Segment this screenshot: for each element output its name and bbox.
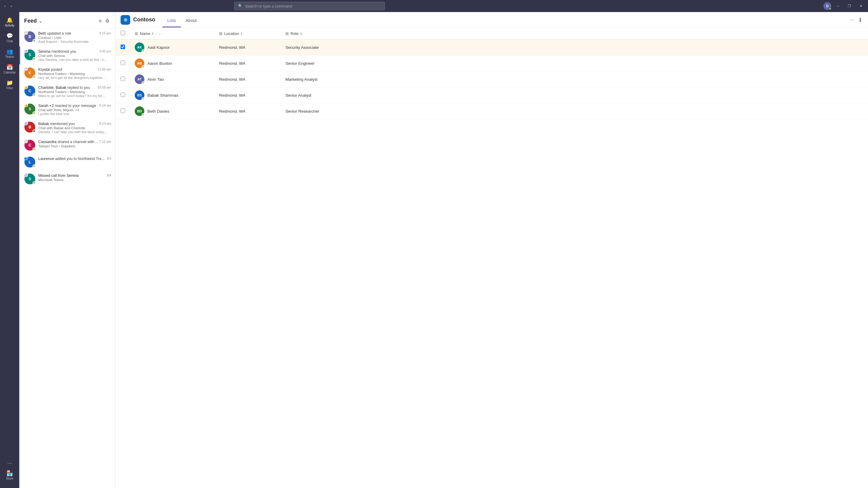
feed-settings-button[interactable]: ⚙ [104, 17, 111, 25]
row-role-cell: Security Associate [281, 39, 868, 56]
row-checkbox[interactable] [121, 61, 125, 65]
row-checkbox-cell[interactable] [116, 39, 130, 56]
tab-about[interactable]: About [181, 12, 202, 27]
role-col-label: Role [290, 31, 299, 36]
feed-item-sub: Chat with Reta, Miguel, +3 [38, 108, 111, 112]
avatar: B @ [24, 122, 35, 133]
select-all-header[interactable] [116, 28, 130, 39]
status-indicator [33, 181, 36, 184]
table-row[interactable]: AB Aaron Buxton Redmond, WA Senior Engin… [116, 56, 868, 71]
list-item[interactable]: B @ Babak mentioned you 8:13 am Chat wit… [19, 119, 116, 137]
feed-item-preview: Want to go out for lunch today? It's my … [38, 94, 111, 98]
teams-label: Teams [5, 55, 14, 59]
feed-item-time: 3:45 pm [99, 50, 111, 53]
row-checkbox[interactable] [121, 44, 125, 49]
status-indicator [33, 111, 36, 115]
type-icon: 📋 [24, 67, 28, 71]
sort-info-icon[interactable]: ℹ [152, 32, 153, 36]
calendar-icon: 📅 [6, 64, 13, 70]
list-item[interactable]: S @ Serena mentioned you 3:45 pm Chat wi… [19, 46, 116, 64]
list-item[interactable]: K 📋 Krystal posted 11:00 am Northwind Tr… [19, 64, 116, 83]
name-col-icon: ⊞ [135, 31, 138, 36]
location-col-icon: ⊞ [219, 31, 222, 36]
feed-item-preview: Hey all, let's get all the designers tog… [38, 76, 111, 79]
user-avatar[interactable]: D [824, 2, 831, 10]
role-info-icon[interactable]: ℹ [301, 32, 302, 36]
table-row[interactable]: BS Babak Shammas Redmond, WA Senior Anal… [116, 87, 868, 103]
people-table: ⊞ Name ℹ ↓ ⌄ ⊞ Location ℹ [116, 28, 868, 119]
main-content: ⊕ Contoso Lists About ··· ℹ [116, 12, 868, 488]
main-layout: 🔔 Activity 💬 Chat 👥 Teams 📅 Calendar 📁 F… [0, 12, 868, 488]
list-item[interactable]: S 👍 Sarah +2 reacted to your message 9:1… [19, 101, 116, 119]
row-checkbox[interactable] [121, 93, 125, 97]
feed-item-preview: I prefer the blue one [38, 112, 111, 116]
sort-expand-icon[interactable]: ⌄ [158, 32, 161, 36]
feed-filter-button[interactable]: ≡ [98, 17, 103, 25]
type-icon: 📋 [24, 31, 28, 35]
sidebar-item-chat[interactable]: 💬 Chat [2, 31, 18, 45]
table-row[interactable]: AT Alvin Tao Redmond, WA Marketing Analy… [116, 71, 868, 87]
tab-lists[interactable]: Lists [162, 12, 181, 27]
feed-panel: Feed ⌄ ≡ ⚙ B 📋 Beth updated a ro [19, 12, 116, 488]
close-button[interactable]: ✕ [857, 3, 866, 9]
feed-item-name: Cassandra shared a channel with you [38, 140, 98, 144]
status-indicator [33, 75, 36, 78]
row-checkbox-cell[interactable] [116, 103, 130, 119]
person-status [142, 97, 144, 100]
app-header: ⊕ Contoso Lists About ··· ℹ [116, 12, 868, 28]
back-button[interactable]: ‹ [2, 2, 7, 10]
person-role: Marketing Analyst [285, 77, 318, 82]
status-indicator [33, 57, 36, 60]
store-icon: 🏪 [6, 470, 13, 476]
feed-item-name: Serena mentioned you [38, 50, 76, 54]
restore-button[interactable]: ❐ [845, 3, 854, 9]
table-row[interactable]: AK Aadi Kapoor Redmond, WA Security Asso… [116, 39, 868, 56]
list-item[interactable]: B 📋 Beth updated a role 4:15 pm Contoso … [19, 28, 116, 46]
nav-more: ··· 🏪 Store [2, 460, 18, 483]
type-icon: 📋 [24, 139, 28, 143]
feed-item-content: Cassandra shared a channel with you 7:12… [38, 140, 111, 151]
person-location: Redmond, WA [219, 93, 245, 98]
select-all-checkbox[interactable] [121, 31, 125, 35]
table-row[interactable]: BD Beth Davies Redmond, WA Senior Resear… [116, 103, 868, 119]
list-item[interactable]: L 👥 Laurence added you to Northwind Trad… [19, 154, 116, 170]
list-item[interactable]: S @ Missed call from Serena 3/4 Microsof… [19, 170, 116, 187]
teams-icon: 👥 [6, 49, 13, 54]
sidebar-item-activity[interactable]: 🔔 Activity [2, 15, 18, 30]
forward-button[interactable]: › [9, 2, 14, 10]
sidebar-item-files[interactable]: 📁 Files [2, 78, 18, 92]
sidebar-item-teams[interactable]: 👥 Teams [2, 46, 18, 61]
role-col-icon: ⊞ [285, 31, 289, 36]
person-status [142, 65, 144, 68]
row-name-cell: BD Beth Davies [130, 103, 214, 119]
app-icon-symbol: ⊕ [124, 17, 127, 23]
more-options-button[interactable]: ··· [848, 15, 856, 25]
minimize-button[interactable]: ─ [834, 3, 842, 9]
sidebar-item-calendar[interactable]: 📅 Calendar [2, 62, 18, 76]
feed-item-sub: Microsoft Teams [38, 178, 111, 182]
list-container: ⊞ Name ℹ ↓ ⌄ ⊞ Location ℹ [116, 28, 868, 488]
row-checkbox[interactable] [121, 108, 125, 113]
location-col-label: Location [224, 31, 239, 36]
activity-label: Activity [5, 24, 14, 27]
search-input[interactable] [245, 4, 381, 8]
person-status [142, 113, 144, 116]
sidebar-item-store[interactable]: 🏪 Store [2, 468, 18, 483]
feed-item-time: 9:14 am [99, 104, 111, 107]
avatar: C 👍 [24, 86, 35, 96]
avatar: S @ [24, 173, 35, 184]
row-checkbox-cell[interactable] [116, 87, 130, 103]
list-item[interactable]: C 👍 Charlotte, Babak replied to you 10:5… [19, 83, 116, 101]
sort-desc-icon[interactable]: ↓ [155, 32, 157, 35]
more-icon[interactable]: ··· [7, 460, 12, 466]
location-info-icon[interactable]: ℹ [241, 32, 242, 36]
row-checkbox-cell[interactable] [116, 71, 130, 87]
chat-icon: 💬 [6, 33, 13, 38]
person-name: Aadi Kapoor [147, 45, 170, 50]
list-item[interactable]: C 📋 Cassandra shared a channel with you … [19, 137, 116, 154]
info-button[interactable]: ℹ [858, 15, 863, 25]
search-bar[interactable]: 🔍 [234, 2, 385, 10]
row-checkbox[interactable] [121, 76, 125, 81]
feed-item-content: Beth updated a role 4:15 pm Contoso › Li… [38, 31, 111, 43]
row-checkbox-cell[interactable] [116, 56, 130, 71]
